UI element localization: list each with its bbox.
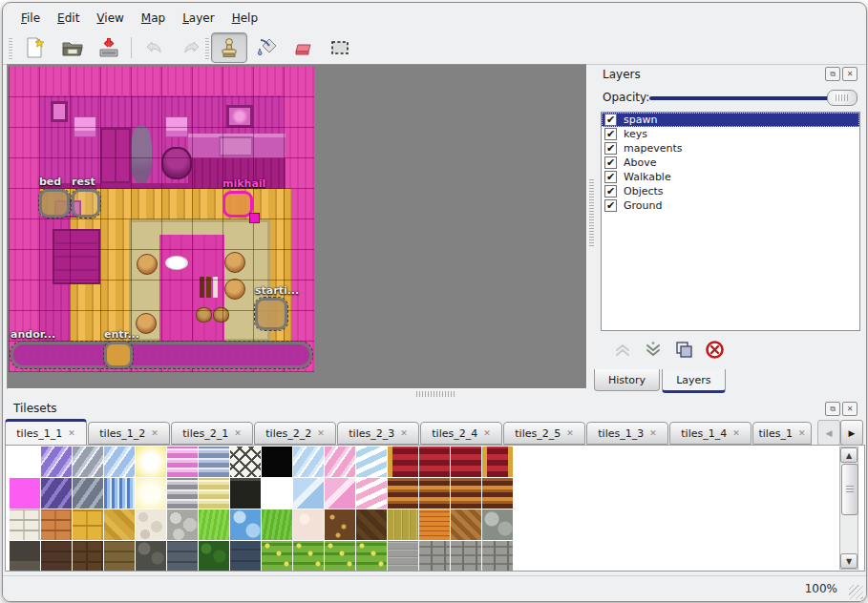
menu-view[interactable]: View [88, 9, 132, 28]
tile-wall-cobble-gray[interactable] [136, 541, 166, 572]
close-panel-icon[interactable]: ✕ [842, 67, 857, 81]
tab-history[interactable]: History [594, 369, 660, 391]
layer-row-keys[interactable]: ✔keys [602, 127, 859, 141]
tile-brick-gray[interactable] [482, 541, 513, 572]
menu-edit[interactable]: Edit [49, 9, 88, 28]
layer-visibility-checkbox[interactable]: ✔ [604, 156, 617, 169]
tile-wood-bands-brown[interactable] [388, 478, 418, 509]
raise-layer-button[interactable] [612, 339, 633, 360]
tab-close-icon[interactable]: ✕ [234, 428, 242, 438]
tileset-tab-tiles_2_4[interactable]: tiles_2_4✕ [420, 422, 502, 445]
map-view[interactable]: andor...entr...bedrestmikhailstarti... [7, 64, 587, 389]
tile-glass-pink[interactable] [325, 447, 355, 477]
layers-dock-titlebar[interactable]: Layers ⧉ ✕ [594, 66, 865, 83]
layer-row-Walkable[interactable]: ✔Walkable [602, 170, 859, 184]
tile-glass-gray[interactable] [73, 447, 103, 477]
tab-close-icon[interactable]: ✕ [400, 428, 408, 438]
tile-herringbone-brown[interactable] [451, 509, 481, 540]
tab-close-icon[interactable]: ✕ [151, 428, 159, 438]
layer-visibility-checkbox[interactable]: ✔ [604, 128, 617, 140]
layer-row-spawn[interactable]: ✔spawn [602, 113, 859, 127]
tile-stripes-magenta[interactable] [167, 447, 198, 477]
tab-scroll-left-button[interactable]: ◀ [817, 420, 840, 446]
tile-stripes-khaki[interactable] [199, 478, 229, 509]
tile-stripes-gray[interactable] [167, 478, 198, 509]
tile-pebbles-pale[interactable] [136, 509, 166, 540]
tile-wood-bands-brown[interactable] [482, 478, 513, 509]
menu-file[interactable]: File [12, 9, 49, 28]
tile-wall-sandstone[interactable] [104, 541, 135, 572]
tile-wall-brown-dark[interactable] [41, 541, 72, 572]
save-button[interactable] [91, 32, 127, 63]
menu-layer[interactable]: Layer [174, 9, 222, 28]
tile-ice-pink[interactable] [356, 478, 387, 509]
tileset-tab-tiles_2_3[interactable]: tiles_2_3✕ [337, 422, 419, 445]
tab-close-icon[interactable]: ✕ [649, 428, 657, 438]
tile-carpet-red[interactable] [419, 447, 450, 477]
object-resize-handle[interactable] [249, 213, 260, 223]
layer-visibility-checkbox[interactable]: ✔ [604, 114, 617, 126]
layer-visibility-checkbox[interactable]: ✔ [604, 171, 617, 183]
tab-close-icon[interactable]: ✕ [483, 428, 491, 438]
delete-layer-button[interactable] [704, 339, 725, 360]
tile-wood-bands-brown[interactable] [419, 478, 450, 509]
resize-grip[interactable] [849, 585, 863, 599]
tools-drag-handle[interactable] [205, 36, 209, 59]
tab-close-icon[interactable]: ✕ [68, 428, 75, 438]
tile-brick-gray[interactable] [451, 541, 481, 572]
tile-window-pink[interactable] [325, 478, 355, 509]
tile-water-blue[interactable] [230, 509, 261, 540]
close-panel-icon[interactable]: ✕ [842, 402, 857, 416]
tile-brick-brown[interactable] [73, 541, 103, 572]
map-object-rest[interactable] [72, 189, 100, 218]
layer-visibility-checkbox[interactable]: ✔ [604, 185, 617, 198]
tile-wood-dark[interactable] [356, 509, 387, 540]
float-panel-icon[interactable]: ⧉ [825, 402, 840, 416]
layer-list[interactable]: ✔spawn✔keys✔mapevents✔Above✔Walkable✔Obj… [601, 112, 860, 331]
layer-row-Ground[interactable]: ✔Ground [602, 198, 859, 213]
tileset-tab-tiles_1[interactable]: tiles_1✕ [752, 422, 812, 445]
tile-grass-bright[interactable] [199, 509, 229, 540]
layer-row-Above[interactable]: ✔Above [602, 156, 859, 170]
tile-glow-yellow[interactable] [136, 447, 166, 477]
tile-carpet-red[interactable] [451, 447, 481, 477]
tile-empty[interactable] [262, 478, 292, 509]
map-object-bed[interactable] [39, 189, 70, 218]
tile-stone-blocks-white[interactable] [10, 509, 40, 540]
lower-layer-button[interactable] [643, 339, 664, 360]
tile-wall-dark-stone[interactable] [10, 541, 40, 572]
tile-grass-green[interactable] [262, 509, 292, 540]
layer-row-mapevents[interactable]: ✔mapevents [602, 141, 859, 156]
map-object-mikhail[interactable] [222, 191, 253, 218]
layer-row-Objects[interactable]: ✔Objects [602, 184, 859, 198]
stamp-brush-button[interactable] [211, 32, 247, 63]
open-button[interactable] [54, 32, 91, 63]
rect-select-button[interactable] [322, 32, 358, 63]
map-object-starti[interactable] [255, 298, 287, 330]
tab-scroll-right-button[interactable]: ▶ [840, 420, 863, 446]
tile-window-blue[interactable] [293, 478, 324, 509]
tileset-tab-tiles_2_1[interactable]: tiles_2_1✕ [171, 422, 253, 445]
tab-close-icon[interactable]: ✕ [317, 428, 325, 438]
tileset-tab-tiles_2_5[interactable]: tiles_2_5✕ [503, 422, 585, 445]
tile-soil-flowers[interactable] [325, 509, 355, 540]
horizontal-splitter-handle[interactable] [416, 391, 455, 397]
toolbar-drag-handle[interactable] [9, 36, 12, 59]
tile-grass-rows-flowers[interactable] [262, 541, 292, 572]
tab-close-icon[interactable]: ✕ [798, 428, 806, 438]
menu-help[interactable]: Help [223, 9, 266, 28]
tile-wood-bands-brown[interactable] [451, 478, 481, 509]
tile-stone-gold[interactable] [104, 509, 135, 540]
layer-visibility-checkbox[interactable]: ✔ [604, 142, 617, 155]
layer-visibility-checkbox[interactable]: ✔ [604, 199, 617, 212]
tab-close-icon[interactable]: ✕ [732, 428, 740, 438]
tile-sand-pale[interactable] [293, 509, 324, 540]
tileset-tab-tiles_1_4[interactable]: tiles_1_4✕ [669, 422, 752, 445]
redo-button[interactable] [173, 32, 209, 63]
opacity-slider[interactable] [649, 89, 857, 106]
tileset-tab-tiles_1_3[interactable]: tiles_1_3✕ [586, 422, 668, 445]
eraser-button[interactable] [286, 32, 322, 63]
tile-blank-white[interactable] [10, 447, 40, 477]
tile-glass-gray-dark[interactable] [73, 478, 103, 509]
tile-planks-olive[interactable] [388, 509, 418, 540]
